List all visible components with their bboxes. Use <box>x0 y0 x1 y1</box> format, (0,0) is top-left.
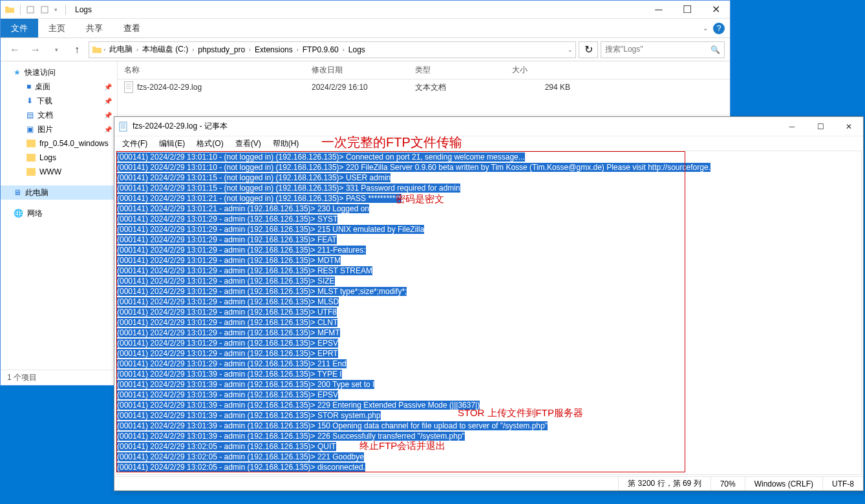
maximize-button[interactable]: ☐ <box>673 1 701 19</box>
log-line: (000141) 2024/2/29 13:01:29 - admin (192… <box>117 307 860 317</box>
log-line: (000141) 2024/2/29 13:01:39 - admin (192… <box>117 431 860 441</box>
textfile-icon <box>124 81 133 93</box>
np-close-button[interactable]: ✕ <box>835 117 863 136</box>
log-line: (000141) 2024/2/29 13:01:29 - admin (192… <box>117 359 860 369</box>
address-bar[interactable]: › 此电脑› 本地磁盘 (C:)› phpstudy_pro› Extensio… <box>89 41 576 58</box>
search-placeholder: 搜索"Logs" <box>605 44 643 55</box>
crumb[interactable]: phpstudy_pro <box>195 45 248 54</box>
notepad-title: fzs-2024-02-29.log - 记事本 <box>133 121 228 132</box>
log-line: (000141) 2024/2/29 13:01:39 - admin (192… <box>117 379 860 390</box>
log-line: (000141) 2024/2/29 13:01:39 - admin (192… <box>117 410 860 421</box>
nav-www[interactable]: WWW <box>1 165 117 179</box>
menu-file[interactable]: 文件(F) <box>117 137 153 151</box>
log-line: (000141) 2024/2/29 13:02:05 - admin (192… <box>117 462 860 472</box>
col-type[interactable]: 类型 <box>409 65 506 76</box>
status-position: 第 3200 行，第 69 列 <box>618 477 710 490</box>
notepad-titlebar[interactable]: fzs-2024-02-29.log - 记事本 ─ ☐ ✕ <box>114 117 863 136</box>
menu-help[interactable]: 帮助(H) <box>268 137 304 151</box>
nav-quick-access[interactable]: ★快速访问 <box>1 65 117 79</box>
log-line: (000141) 2024/2/29 13:01:15 - (not logge… <box>117 183 860 193</box>
nav-thispc[interactable]: 🖥此电脑 <box>1 185 117 200</box>
notepad-statusbar: 第 3200 行，第 69 列 70% Windows (CRLF) UTF-8 <box>114 476 863 490</box>
crumb[interactable]: 本地磁盘 (C:) <box>140 44 191 55</box>
np-maximize-button[interactable]: ☐ <box>806 117 835 136</box>
log-line: (000141) 2024/2/29 13:01:39 - admin (192… <box>117 421 860 431</box>
close-button[interactable]: ✕ <box>701 1 730 19</box>
col-date[interactable]: 修改日期 <box>305 65 409 76</box>
ribbon-tab-file[interactable]: 文件 <box>1 19 38 37</box>
menu-edit[interactable]: 编辑(E) <box>154 137 190 151</box>
forward-button[interactable]: → <box>27 41 45 59</box>
crumb[interactable]: Logs <box>346 45 368 54</box>
minimize-button[interactable]: ─ <box>645 1 673 19</box>
nav-frp[interactable]: frp_0.54.0_windows <box>1 136 117 151</box>
ribbon-expand-icon[interactable]: ⌄ <box>703 25 708 32</box>
history-dropdown[interactable]: ▾ <box>47 41 65 59</box>
log-line: (000141) 2024/2/29 13:01:10 - (not logge… <box>117 162 860 173</box>
navigation-pane[interactable]: ★快速访问 ■桌面📌 ⬇下载📌 ▤文档📌 ▣图片📌 frp_0.54.0_win… <box>1 61 118 370</box>
log-line: (000141) 2024/2/29 13:01:29 - admin (192… <box>117 317 860 328</box>
svg-rect-1 <box>41 6 48 13</box>
status-eol: Windows (CRLF) <box>745 477 822 490</box>
log-line: (000141) 2024/2/29 13:01:39 - admin (192… <box>117 400 860 410</box>
log-line: (000141) 2024/2/29 13:01:29 - admin (192… <box>117 328 860 338</box>
log-line: (000141) 2024/2/29 13:01:29 - admin (192… <box>117 276 860 286</box>
nav-logs[interactable]: Logs <box>1 151 117 165</box>
back-button[interactable]: ← <box>6 41 24 59</box>
ribbon-tab-share[interactable]: 共享 <box>76 19 113 37</box>
log-line: (000141) 2024/2/29 13:01:29 - admin (192… <box>117 235 860 245</box>
np-minimize-button[interactable]: ─ <box>778 117 806 136</box>
log-line: (000141) 2024/2/29 13:01:29 - admin (192… <box>117 348 860 359</box>
annotation-title: 一次完整的FTP文件传输 <box>321 134 462 151</box>
log-line: (000141) 2024/2/29 13:01:39 - admin (192… <box>117 390 860 400</box>
svg-rect-2 <box>120 122 127 131</box>
search-input[interactable]: 搜索"Logs" 🔍 <box>601 41 725 58</box>
col-name[interactable]: 名称 <box>118 65 305 76</box>
log-line: (000141) 2024/2/29 13:01:39 - admin (192… <box>117 369 860 379</box>
nav-downloads[interactable]: ⬇下载📌 <box>1 94 117 108</box>
nav-documents[interactable]: ▤文档📌 <box>1 108 117 122</box>
log-line: (000141) 2024/2/29 13:01:29 - admin (192… <box>117 297 860 307</box>
navbar: ← → ▾ ↑ › 此电脑› 本地磁盘 (C:)› phpstudy_pro› … <box>1 38 730 61</box>
crumb[interactable]: 此电脑 <box>107 44 135 55</box>
menu-view[interactable]: 查看(V) <box>230 137 266 151</box>
status-zoom: 70% <box>710 477 745 490</box>
crumb[interactable]: FTP0.9.60 <box>300 45 341 54</box>
notepad-text-area[interactable]: 密码是密文 STOR 上传文件到FTP服务器 终止FTP会话并退出 (00014… <box>116 151 862 475</box>
explorer-titlebar[interactable]: ▾ Logs ─ ☐ ✕ <box>1 1 730 19</box>
log-line: (000141) 2024/2/29 13:01:29 - admin (192… <box>117 224 860 235</box>
log-line: (000141) 2024/2/29 13:02:05 - admin (192… <box>117 441 860 452</box>
notepad-icon <box>118 121 129 132</box>
file-row[interactable]: fzs-2024-02-29.log 2024/2/29 16:10 文本文档 … <box>118 79 730 95</box>
crumb[interactable]: Extensions <box>252 45 295 54</box>
window-title: Logs <box>75 5 92 14</box>
svg-rect-0 <box>27 6 34 13</box>
notepad-window: fzs-2024-02-29.log - 记事本 ─ ☐ ✕ 文件(F) 编辑(… <box>114 116 864 491</box>
col-size[interactable]: 大小 <box>506 65 583 76</box>
ribbon-tabs: 文件 主页 共享 查看 ⌄ ? <box>1 19 730 38</box>
menu-format[interactable]: 格式(O) <box>191 137 228 151</box>
search-icon: 🔍 <box>710 45 720 54</box>
nav-desktop[interactable]: ■桌面📌 <box>1 79 117 94</box>
log-line: (000141) 2024/2/29 13:01:10 - (not logge… <box>117 152 860 162</box>
log-line: (000141) 2024/2/29 13:01:29 - admin (192… <box>117 245 860 255</box>
folder-icon <box>5 5 15 15</box>
nav-network[interactable]: 🌐网络 <box>1 206 117 220</box>
log-line: (000141) 2024/2/29 13:01:29 - admin (192… <box>117 286 860 297</box>
ribbon-tab-home[interactable]: 主页 <box>38 19 76 37</box>
up-button[interactable]: ↑ <box>68 41 86 59</box>
ribbon-tab-view[interactable]: 查看 <box>113 19 151 37</box>
qat-properties-icon[interactable] <box>40 5 49 14</box>
refresh-button[interactable]: ↻ <box>579 41 598 58</box>
notepad-menu: 文件(F) 编辑(E) 格式(O) 查看(V) 帮助(H) 一次完整的FTP文件… <box>114 136 863 151</box>
log-line: (000141) 2024/2/29 13:01:29 - admin (192… <box>117 255 860 266</box>
log-line: (000141) 2024/2/29 13:01:15 - (not logge… <box>117 173 860 183</box>
help-icon[interactable]: ? <box>713 23 725 34</box>
log-line: (000141) 2024/2/29 13:01:29 - admin (192… <box>117 214 860 224</box>
nav-pictures[interactable]: ▣图片📌 <box>1 122 117 136</box>
customize-qat-icon[interactable] <box>26 5 35 14</box>
folder-icon <box>92 45 102 55</box>
status-item-count: 1 个项目 <box>7 372 37 383</box>
log-line: (000141) 2024/2/29 13:02:05 - admin (192… <box>117 452 860 462</box>
log-line: (000141) 2024/2/29 13:01:29 - admin (192… <box>117 338 860 348</box>
